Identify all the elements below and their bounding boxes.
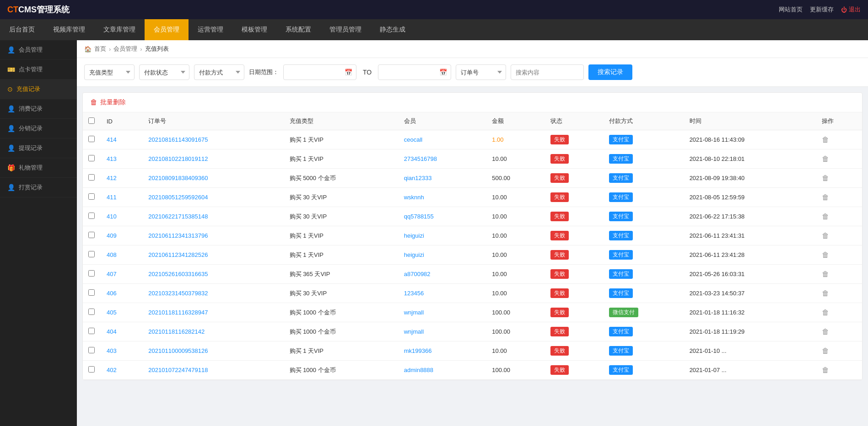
- row-select-checkbox[interactable]: [88, 366, 95, 373]
- row-delete-icon[interactable]: 🗑: [822, 232, 829, 240]
- member-link[interactable]: 2734516798: [404, 155, 437, 162]
- row-delete-icon[interactable]: 🗑: [822, 309, 829, 316]
- row-type: 购买 5000 个金币: [284, 169, 399, 188]
- date-start-field[interactable]: [287, 69, 342, 76]
- member-link[interactable]: a8700982: [404, 271, 431, 277]
- row-delete-icon[interactable]: 🗑: [822, 193, 829, 201]
- row-select-checkbox[interactable]: [88, 328, 95, 334]
- member-link[interactable]: 123456: [404, 290, 424, 297]
- sidebar-item-withdraw[interactable]: 👤 提现记录: [0, 138, 77, 158]
- row-select-checkbox[interactable]: [88, 136, 95, 142]
- row-id: 411: [101, 188, 143, 207]
- member-link[interactable]: qian12333: [404, 175, 432, 181]
- order-link[interactable]: 20210816114309167​5: [148, 136, 208, 143]
- row-payment: 支付宝: [604, 188, 684, 207]
- nav-item-article[interactable]: 文章库管理: [94, 19, 145, 40]
- payment-badge: 支付宝: [609, 288, 633, 298]
- sidebar-item-consume[interactable]: 👤 消费记录: [0, 99, 77, 119]
- row-delete-icon[interactable]: 🗑: [822, 213, 829, 220]
- row-time: 2021-06-11 23:41:28: [684, 245, 816, 265]
- order-link[interactable]: 20210805125959260​4: [148, 194, 208, 201]
- row-select-checkbox[interactable]: [88, 347, 95, 353]
- row-delete-icon[interactable]: 🗑: [822, 136, 829, 144]
- nav-item-template[interactable]: 模板管理: [232, 19, 276, 40]
- sidebar-item-gift[interactable]: 🎁 礼物管理: [0, 158, 77, 178]
- status-filter[interactable]: 付款状态 成功 失败 待付款: [139, 64, 189, 80]
- member-link[interactable]: qq5788155: [404, 213, 434, 220]
- layout: 👤 会员管理 🎫 点卡管理 ⊙ 充值记录 👤 消费记录 👤 分销记录 👤 提现记…: [0, 40, 868, 426]
- nav-item-system[interactable]: 系统配置: [276, 19, 320, 40]
- sidebar-item-member[interactable]: 👤 会员管理: [0, 40, 77, 60]
- row-select-checkbox[interactable]: [88, 213, 95, 219]
- date-end-input[interactable]: 📅: [378, 64, 451, 80]
- row-select-checkbox[interactable]: [88, 155, 95, 161]
- top-header: CTCMS管理系统 网站首页 更新缓存 ⏻ 退出: [0, 0, 868, 19]
- row-select-checkbox[interactable]: [88, 193, 95, 200]
- row-select-checkbox[interactable]: [88, 174, 95, 181]
- nav-item-static[interactable]: 静态生成: [371, 19, 415, 40]
- order-link[interactable]: 20210810221801911​2: [148, 155, 208, 162]
- member-link[interactable]: wnjmall: [404, 328, 424, 335]
- order-filter[interactable]: 订单号 会员ID: [456, 64, 506, 80]
- row-select-checkbox[interactable]: [88, 270, 95, 277]
- sidebar-item-recharge[interactable]: ⊙ 充值记录: [0, 80, 77, 99]
- search-input[interactable]: [511, 64, 584, 80]
- payment-filter[interactable]: 付款方式 支付宝 微信支付: [194, 64, 244, 80]
- breadcrumb-parent[interactable]: 会员管理: [113, 45, 137, 53]
- nav-item-member[interactable]: 会员管理: [145, 19, 189, 40]
- row-delete-icon[interactable]: 🗑: [822, 251, 829, 259]
- member-link[interactable]: admin8888: [404, 367, 433, 373]
- order-link[interactable]: 20210611234131379​6: [148, 232, 208, 239]
- row-delete-icon[interactable]: 🗑: [822, 366, 829, 374]
- nav-website-home[interactable]: 网站首页: [779, 5, 803, 14]
- member-link[interactable]: wsknnh: [404, 194, 424, 201]
- breadcrumb-home[interactable]: 首页: [94, 45, 106, 53]
- order-link[interactable]: 20210809183840936​0: [148, 175, 208, 181]
- order-link[interactable]: 20210110000953812​6: [148, 347, 208, 354]
- row-status: 失败: [545, 284, 604, 303]
- order-link[interactable]: 20210107224747911​8: [148, 367, 208, 373]
- row-amount: 100.00: [486, 322, 545, 341]
- status-badge: 失败: [550, 231, 569, 240]
- logout-btn[interactable]: ⏻ 退出: [841, 5, 861, 14]
- nav-item-admin[interactable]: 管理员管理: [320, 19, 371, 40]
- sidebar-item-card[interactable]: 🎫 点卡管理: [0, 60, 77, 80]
- order-link[interactable]: 20210118111632894​7: [148, 309, 208, 316]
- order-link[interactable]: 20210118116282142: [148, 328, 205, 335]
- row-select-checkbox[interactable]: [88, 251, 95, 257]
- type-filter[interactable]: 充值类型 VIP充值 金币充值: [84, 64, 135, 80]
- sidebar-item-distribution[interactable]: 👤 分销记录: [0, 119, 77, 138]
- order-link[interactable]: 20210323145037983​2: [148, 290, 208, 297]
- order-link[interactable]: 20210611234128252​6: [148, 251, 208, 258]
- row-delete-icon[interactable]: 🗑: [822, 289, 829, 297]
- search-button[interactable]: 搜索记录: [588, 64, 632, 80]
- row-action: 🗑: [816, 303, 862, 322]
- date-start-input[interactable]: 📅: [283, 64, 356, 80]
- row-delete-icon[interactable]: 🗑: [822, 347, 829, 355]
- member-link[interactable]: heiguizi: [404, 251, 424, 258]
- nav-item-video[interactable]: 视频库管理: [44, 19, 94, 40]
- order-link[interactable]: 20210526160331663​5: [148, 271, 208, 277]
- nav-item-operation[interactable]: 运营管理: [189, 19, 232, 40]
- filter-bar: 充值类型 VIP充值 金币充值 付款状态 成功 失败 待付款 付款方式 支付宝 …: [77, 58, 868, 87]
- bulk-delete-button[interactable]: 🗑 批量删除: [90, 98, 126, 106]
- select-all-checkbox[interactable]: [88, 117, 95, 124]
- member-link[interactable]: heiguizi: [404, 232, 424, 239]
- nav-update-cache[interactable]: 更新缓存: [810, 5, 834, 14]
- row-delete-icon[interactable]: 🗑: [822, 174, 829, 182]
- row-select-checkbox[interactable]: [88, 289, 95, 296]
- row-delete-icon[interactable]: 🗑: [822, 328, 829, 335]
- member-link[interactable]: wnjmall: [404, 309, 424, 316]
- member-link[interactable]: ceocall: [404, 136, 422, 143]
- sidebar-item-reward[interactable]: 👤 打赏记录: [0, 178, 77, 197]
- date-end-field[interactable]: [382, 69, 437, 76]
- row-delete-icon[interactable]: 🗑: [822, 155, 829, 163]
- row-select-checkbox[interactable]: [88, 309, 95, 315]
- row-select-checkbox[interactable]: [88, 232, 95, 238]
- row-order: 20210107224747911​8: [143, 361, 284, 380]
- order-link[interactable]: 20210622171538514​8: [148, 213, 208, 220]
- member-link[interactable]: mk199366: [404, 347, 432, 354]
- row-delete-icon[interactable]: 🗑: [822, 270, 829, 278]
- nav-item-dashboard[interactable]: 后台首页: [0, 19, 44, 40]
- row-amount: 10.00: [486, 226, 545, 245]
